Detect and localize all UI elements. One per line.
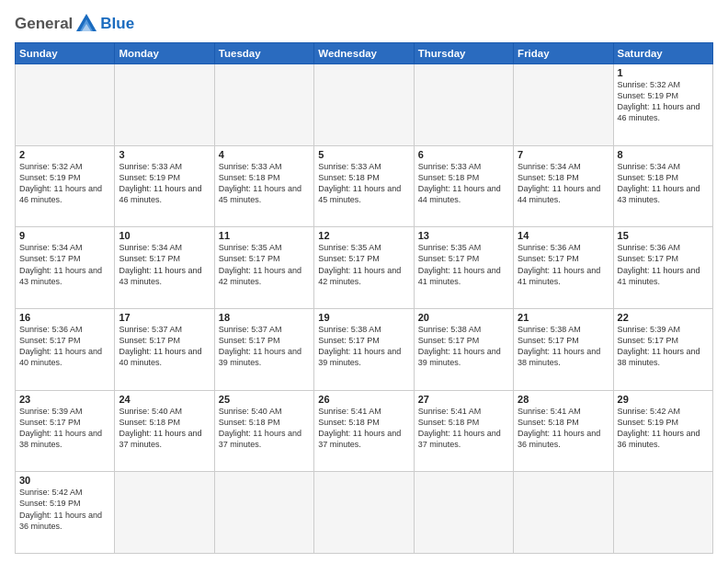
- calendar-cell: 23Sunrise: 5:39 AM Sunset: 5:17 PM Dayli…: [16, 390, 115, 472]
- day-info: Sunrise: 5:37 AM Sunset: 5:17 PM Dayligh…: [219, 324, 310, 369]
- calendar-week-row: 9Sunrise: 5:34 AM Sunset: 5:17 PM Daylig…: [16, 227, 713, 309]
- day-info: Sunrise: 5:33 AM Sunset: 5:18 PM Dayligh…: [318, 161, 409, 206]
- day-info: Sunrise: 5:40 AM Sunset: 5:18 PM Dayligh…: [219, 406, 310, 451]
- day-info: Sunrise: 5:33 AM Sunset: 5:19 PM Dayligh…: [119, 161, 210, 206]
- day-number: 29: [618, 394, 709, 405]
- day-number: 17: [119, 312, 210, 323]
- weekday-header-thursday: Thursday: [414, 43, 513, 64]
- calendar-cell: [414, 472, 513, 554]
- header: General Blue: [15, 11, 713, 37]
- calendar-cell: 12Sunrise: 5:35 AM Sunset: 5:17 PM Dayli…: [314, 227, 414, 309]
- calendar-cell: 2Sunrise: 5:32 AM Sunset: 5:19 PM Daylig…: [16, 145, 115, 227]
- calendar-cell: 16Sunrise: 5:36 AM Sunset: 5:17 PM Dayli…: [16, 308, 115, 390]
- day-number: 5: [318, 149, 409, 160]
- day-number: 26: [318, 394, 409, 405]
- calendar-table: SundayMondayTuesdayWednesdayThursdayFrid…: [15, 42, 713, 554]
- day-info: Sunrise: 5:35 AM Sunset: 5:17 PM Dayligh…: [318, 242, 409, 287]
- day-info: Sunrise: 5:42 AM Sunset: 5:19 PM Dayligh…: [618, 406, 709, 451]
- day-info: Sunrise: 5:33 AM Sunset: 5:18 PM Dayligh…: [418, 161, 509, 206]
- calendar-cell: 10Sunrise: 5:34 AM Sunset: 5:17 PM Dayli…: [115, 227, 214, 309]
- day-info: Sunrise: 5:39 AM Sunset: 5:17 PM Dayligh…: [618, 324, 709, 369]
- day-number: 2: [19, 149, 110, 160]
- calendar-cell: 24Sunrise: 5:40 AM Sunset: 5:18 PM Dayli…: [115, 390, 214, 472]
- day-number: 4: [219, 149, 310, 160]
- day-number: 16: [19, 312, 110, 323]
- day-info: Sunrise: 5:40 AM Sunset: 5:18 PM Dayligh…: [119, 406, 210, 451]
- day-info: Sunrise: 5:38 AM Sunset: 5:17 PM Dayligh…: [418, 324, 509, 369]
- calendar-cell: 4Sunrise: 5:33 AM Sunset: 5:18 PM Daylig…: [214, 145, 313, 227]
- calendar-cell: 7Sunrise: 5:34 AM Sunset: 5:18 PM Daylig…: [514, 145, 613, 227]
- day-number: 15: [618, 230, 709, 241]
- calendar-week-row: 30Sunrise: 5:42 AM Sunset: 5:19 PM Dayli…: [16, 472, 713, 554]
- day-info: Sunrise: 5:32 AM Sunset: 5:19 PM Dayligh…: [19, 161, 110, 206]
- calendar-cell: 18Sunrise: 5:37 AM Sunset: 5:17 PM Dayli…: [214, 308, 313, 390]
- day-number: 1: [618, 67, 709, 78]
- day-number: 6: [418, 149, 509, 160]
- weekday-header-tuesday: Tuesday: [214, 43, 313, 64]
- calendar-cell: 14Sunrise: 5:36 AM Sunset: 5:17 PM Dayli…: [514, 227, 613, 309]
- day-info: Sunrise: 5:41 AM Sunset: 5:18 PM Dayligh…: [418, 406, 509, 451]
- calendar-cell: [613, 472, 712, 554]
- day-info: Sunrise: 5:39 AM Sunset: 5:17 PM Dayligh…: [19, 406, 110, 451]
- calendar-cell: 20Sunrise: 5:38 AM Sunset: 5:17 PM Dayli…: [414, 308, 513, 390]
- day-number: 28: [518, 394, 609, 405]
- day-number: 27: [418, 394, 509, 405]
- calendar-cell: 25Sunrise: 5:40 AM Sunset: 5:18 PM Dayli…: [214, 390, 313, 472]
- day-info: Sunrise: 5:32 AM Sunset: 5:19 PM Dayligh…: [618, 79, 709, 124]
- day-info: Sunrise: 5:35 AM Sunset: 5:17 PM Dayligh…: [418, 242, 509, 287]
- day-info: Sunrise: 5:33 AM Sunset: 5:18 PM Dayligh…: [219, 161, 310, 206]
- calendar-cell: 19Sunrise: 5:38 AM Sunset: 5:17 PM Dayli…: [314, 308, 414, 390]
- calendar-cell: [514, 472, 613, 554]
- day-info: Sunrise: 5:41 AM Sunset: 5:18 PM Dayligh…: [518, 406, 609, 451]
- day-info: Sunrise: 5:34 AM Sunset: 5:17 PM Dayligh…: [19, 242, 110, 287]
- calendar-week-row: 2Sunrise: 5:32 AM Sunset: 5:19 PM Daylig…: [16, 145, 713, 227]
- day-info: Sunrise: 5:34 AM Sunset: 5:18 PM Dayligh…: [618, 161, 709, 206]
- day-info: Sunrise: 5:41 AM Sunset: 5:18 PM Dayligh…: [318, 406, 409, 451]
- calendar-cell: [214, 64, 313, 146]
- day-info: Sunrise: 5:34 AM Sunset: 5:18 PM Dayligh…: [518, 161, 609, 206]
- day-number: 19: [318, 312, 409, 323]
- logo-blue-text: Blue: [100, 15, 134, 33]
- day-number: 9: [19, 230, 110, 241]
- day-number: 14: [518, 230, 609, 241]
- day-number: 30: [19, 475, 110, 486]
- day-info: Sunrise: 5:36 AM Sunset: 5:17 PM Dayligh…: [19, 324, 110, 369]
- calendar-cell: 28Sunrise: 5:41 AM Sunset: 5:18 PM Dayli…: [514, 390, 613, 472]
- day-number: 22: [618, 312, 709, 323]
- calendar-cell: 30Sunrise: 5:42 AM Sunset: 5:19 PM Dayli…: [16, 472, 115, 554]
- day-info: Sunrise: 5:36 AM Sunset: 5:17 PM Dayligh…: [518, 242, 609, 287]
- logo-area: General Blue: [15, 11, 134, 37]
- calendar-cell: [214, 472, 313, 554]
- calendar-cell: 11Sunrise: 5:35 AM Sunset: 5:17 PM Dayli…: [214, 227, 313, 309]
- calendar-cell: [314, 64, 414, 146]
- day-info: Sunrise: 5:38 AM Sunset: 5:17 PM Dayligh…: [318, 324, 409, 369]
- day-number: 24: [119, 394, 210, 405]
- calendar-cell: 8Sunrise: 5:34 AM Sunset: 5:18 PM Daylig…: [613, 145, 712, 227]
- weekday-header-friday: Friday: [514, 43, 613, 64]
- day-info: Sunrise: 5:35 AM Sunset: 5:17 PM Dayligh…: [219, 242, 310, 287]
- calendar-week-row: 16Sunrise: 5:36 AM Sunset: 5:17 PM Dayli…: [16, 308, 713, 390]
- logo-general-text: General: [15, 15, 73, 33]
- calendar-cell: [414, 64, 513, 146]
- day-number: 20: [418, 312, 509, 323]
- calendar-cell: 27Sunrise: 5:41 AM Sunset: 5:18 PM Dayli…: [414, 390, 513, 472]
- weekday-header-sunday: Sunday: [16, 43, 115, 64]
- day-number: 7: [518, 149, 609, 160]
- calendar-cell: 29Sunrise: 5:42 AM Sunset: 5:19 PM Dayli…: [613, 390, 712, 472]
- day-number: 3: [119, 149, 210, 160]
- weekday-header-saturday: Saturday: [613, 43, 712, 64]
- calendar-cell: 21Sunrise: 5:38 AM Sunset: 5:17 PM Dayli…: [514, 308, 613, 390]
- calendar-cell: 5Sunrise: 5:33 AM Sunset: 5:18 PM Daylig…: [314, 145, 414, 227]
- calendar-week-row: 23Sunrise: 5:39 AM Sunset: 5:17 PM Dayli…: [16, 390, 713, 472]
- calendar-cell: [115, 64, 214, 146]
- day-number: 21: [518, 312, 609, 323]
- day-number: 13: [418, 230, 509, 241]
- calendar-cell: 1Sunrise: 5:32 AM Sunset: 5:19 PM Daylig…: [613, 64, 712, 146]
- calendar-cell: [115, 472, 214, 554]
- day-info: Sunrise: 5:38 AM Sunset: 5:17 PM Dayligh…: [518, 324, 609, 369]
- calendar-cell: 6Sunrise: 5:33 AM Sunset: 5:18 PM Daylig…: [414, 145, 513, 227]
- day-number: 23: [19, 394, 110, 405]
- day-number: 8: [618, 149, 709, 160]
- logo-icon: [74, 11, 99, 37]
- weekday-header-monday: Monday: [115, 43, 214, 64]
